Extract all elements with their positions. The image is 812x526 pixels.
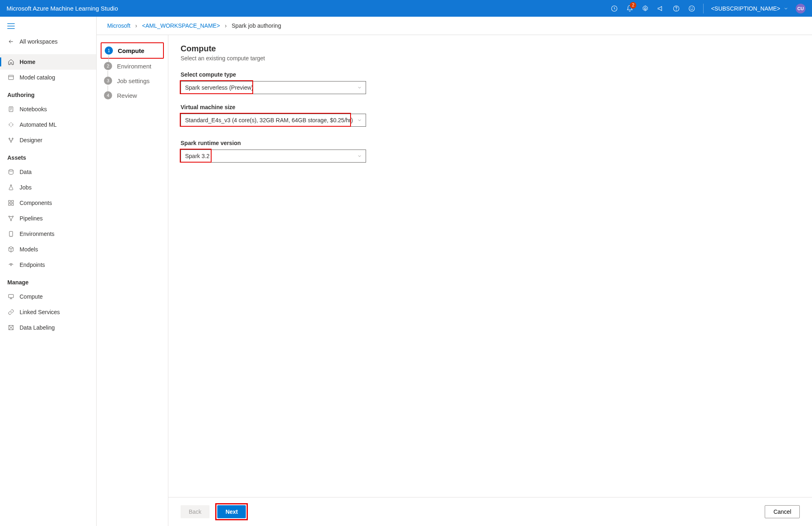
sidebar-section-authoring: Authoring: [0, 85, 96, 101]
gear-icon[interactable]: [641, 4, 649, 13]
pipelines-icon: [7, 215, 15, 222]
data-icon: [7, 168, 15, 176]
sidebar-item-label: Environments: [20, 231, 55, 237]
back-arrow-icon: [7, 38, 15, 45]
step-review[interactable]: 4 Review: [101, 88, 164, 103]
wizard-stepper: 1 Compute 2 Environment 3 Job settings 4…: [97, 35, 168, 526]
sidebar-item-label: Models: [20, 246, 38, 253]
step-label: Environment: [117, 63, 151, 70]
step-label: Compute: [118, 47, 144, 54]
sidebar-item-linked-services[interactable]: Linked Services: [0, 304, 96, 320]
monitor-icon: [7, 293, 15, 300]
all-workspaces-link[interactable]: All workspaces: [0, 34, 96, 49]
next-button[interactable]: Next: [217, 505, 246, 518]
sidebar-item-label: Model catalog: [20, 74, 55, 81]
breadcrumb-workspace[interactable]: <AML_WORKSPACE_NAME>: [142, 22, 220, 29]
svg-rect-13: [9, 200, 11, 202]
svg-rect-20: [9, 231, 13, 236]
cube-icon: [7, 246, 15, 253]
svg-point-6: [693, 8, 693, 8]
step-environment[interactable]: 2 Environment: [101, 59, 164, 73]
tag-icon: [7, 324, 15, 331]
subscription-name: <SUBSCRIPTION_NAME>: [711, 5, 780, 12]
svg-point-18: [12, 216, 13, 217]
sidebar-item-designer[interactable]: Designer: [0, 132, 96, 148]
sidebar-item-components[interactable]: Components: [0, 195, 96, 211]
svg-point-12: [9, 169, 13, 171]
step-job-settings[interactable]: 3 Job settings: [101, 73, 164, 88]
notebook-icon: [7, 106, 15, 113]
hamburger-icon[interactable]: [0, 22, 96, 34]
spark-runtime-label: Spark runtime version: [181, 140, 800, 146]
app-title: Microsoft Azure Machine Learning Studio: [7, 5, 610, 12]
bell-icon[interactable]: 2: [626, 4, 634, 13]
sidebar-item-model-catalog[interactable]: Model catalog: [0, 70, 96, 85]
sidebar-item-environments[interactable]: Environments: [0, 226, 96, 242]
chevron-right-icon: ›: [225, 22, 227, 29]
svg-point-1: [644, 7, 647, 9]
select-value: Spark serverless (Preview): [185, 84, 253, 91]
sidebar-item-automl[interactable]: Automated ML: [0, 117, 96, 132]
help-icon[interactable]: [672, 4, 680, 13]
sidebar-item-home[interactable]: Home: [0, 54, 96, 70]
sidebar-item-endpoints[interactable]: Endpoints: [0, 257, 96, 273]
svg-point-19: [11, 220, 12, 221]
sidebar-item-jobs[interactable]: Jobs: [0, 180, 96, 195]
vm-size-select[interactable]: Standard_E4s_v3 (4 core(s), 32GB RAM, 64…: [181, 114, 366, 127]
breadcrumb-root[interactable]: Microsoft: [107, 22, 130, 29]
chevron-down-icon: [783, 6, 788, 11]
vm-size-label: Virtual machine size: [181, 104, 800, 110]
svg-point-5: [691, 8, 691, 8]
sidebar-item-label: Home: [20, 59, 35, 65]
sidebar-item-data[interactable]: Data: [0, 164, 96, 180]
sidebar-item-models[interactable]: Models: [0, 242, 96, 257]
content: Microsoft › <AML_WORKSPACE_NAME> › Spark…: [97, 17, 812, 526]
sidebar-item-label: Notebooks: [20, 106, 47, 112]
step-label: Job settings: [117, 77, 150, 84]
svg-rect-15: [9, 203, 11, 205]
notification-badge: 2: [630, 2, 636, 9]
step-number: 4: [104, 91, 112, 99]
step-number: 2: [104, 62, 112, 70]
breadcrumb-current: Spark job authoring: [232, 22, 281, 29]
compute-type-select[interactable]: Spark serverless (Preview): [181, 81, 366, 94]
step-number: 3: [104, 77, 112, 85]
sidebar-item-label: All workspaces: [20, 38, 57, 45]
sidebar-item-data-labeling[interactable]: Data Labeling: [0, 320, 96, 335]
sidebar: All workspaces Home Model catalog Author…: [0, 17, 97, 526]
topbar: Microsoft Azure Machine Learning Studio …: [0, 0, 812, 17]
spark-runtime-select[interactable]: Spark 3.2: [181, 150, 366, 163]
sidebar-item-label: Designer: [20, 137, 42, 143]
sidebar-item-label: Endpoints: [20, 262, 45, 268]
sidebar-item-label: Jobs: [20, 184, 32, 191]
home-icon: [7, 58, 15, 66]
svg-point-10: [12, 138, 13, 139]
sidebar-item-compute[interactable]: Compute: [0, 289, 96, 304]
endpoints-icon: [7, 261, 15, 269]
megaphone-icon[interactable]: [657, 4, 665, 13]
topbar-actions: 2 <SUBSCRIPTION_NAME> CU: [610, 4, 805, 13]
sidebar-item-pipelines[interactable]: Pipelines: [0, 211, 96, 226]
svg-point-3: [676, 10, 677, 10]
cancel-button[interactable]: Cancel: [765, 505, 800, 518]
clock-icon[interactable]: [610, 4, 618, 13]
step-number: 1: [105, 46, 113, 55]
automl-icon: [7, 121, 15, 128]
svg-point-9: [9, 138, 10, 139]
step-compute[interactable]: 1 Compute: [101, 42, 164, 59]
compute-type-label: Select compute type: [181, 71, 800, 78]
svg-point-4: [689, 6, 695, 11]
sidebar-item-label: Automated ML: [20, 121, 57, 128]
sidebar-item-label: Compute: [20, 293, 43, 300]
select-value: Standard_E4s_v3 (4 core(s), 32GB RAM, 64…: [185, 117, 353, 123]
catalog-icon: [7, 74, 15, 81]
smiley-icon[interactable]: [688, 4, 696, 13]
environments-icon: [7, 230, 15, 238]
sidebar-item-notebooks[interactable]: Notebooks: [0, 101, 96, 117]
avatar[interactable]: CU: [796, 4, 805, 13]
page-subtitle: Select an existing compute target: [181, 55, 800, 62]
select-value: Spark 3.2: [185, 153, 210, 159]
svg-point-17: [9, 216, 10, 217]
subscription-picker[interactable]: <SUBSCRIPTION_NAME>: [711, 5, 788, 12]
back-button[interactable]: Back: [181, 505, 210, 518]
